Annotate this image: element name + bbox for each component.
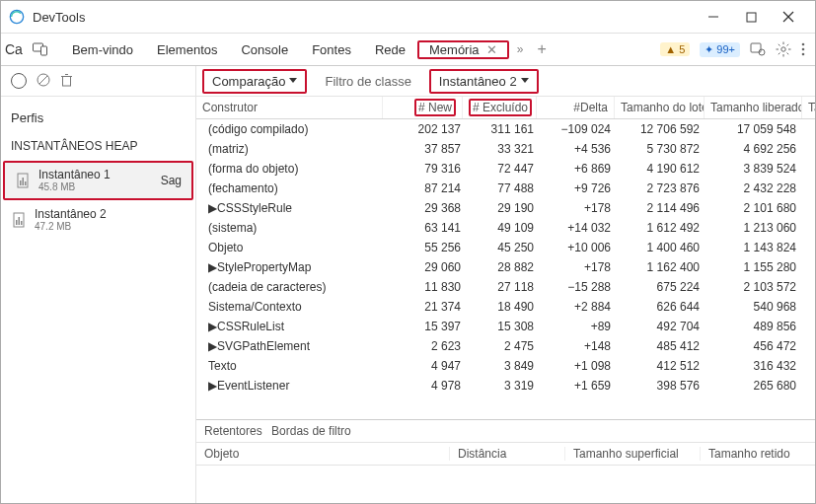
cell: 5 730 872 — [617, 139, 705, 159]
cell: ▶CSSStyleRule — [196, 198, 388, 218]
col-deleted[interactable]: # Excluído — [463, 97, 537, 119]
table-row[interactable]: ▶CSSRuleList15 39715 308+89492 704489 85… — [196, 317, 815, 336]
settings-icon[interactable] — [776, 41, 791, 57]
clear-icon[interactable] — [37, 73, 50, 90]
svg-rect-2 — [747, 13, 756, 22]
col-delta[interactable]: #Delta — [537, 97, 615, 119]
ret-col-shallow[interactable]: Tamanho superficial — [565, 447, 701, 461]
cell: 2 101 680 — [705, 198, 802, 218]
cell: 540 968 — [705, 297, 802, 317]
tab-console[interactable]: Console — [229, 36, 300, 63]
filter-edges-tab[interactable]: Bordas de filtro — [271, 424, 351, 438]
retainers-tab[interactable]: Retentores — [204, 424, 262, 438]
svg-rect-27 — [20, 180, 22, 185]
maximize-button[interactable] — [732, 1, 770, 33]
table-row[interactable]: (fechamento)87 21477 488+9 7262 723 8762… — [196, 179, 815, 198]
cell: −4 352 956 — [802, 119, 815, 139]
table-row[interactable]: Objeto55 25645 250+10 0061 400 4601 143 … — [196, 238, 815, 257]
feedback-icon[interactable] — [750, 42, 766, 56]
warnings-badge[interactable]: ▲5 — [660, 42, 690, 56]
snapshot-action[interactable]: Sag — [161, 174, 182, 187]
record-icon[interactable] — [11, 73, 27, 89]
svg-line-16 — [787, 44, 789, 46]
more-tabs-icon[interactable]: » — [509, 42, 532, 56]
tab-welcome[interactable]: Bem-vindo — [60, 36, 145, 63]
close-button[interactable] — [770, 1, 807, 33]
sidebar-section-title: INSTANTÂNEOS HEAP — [1, 133, 195, 159]
tab-network[interactable]: Rede — [363, 36, 417, 63]
messages-badge[interactable]: ✦99+ — [700, 42, 740, 57]
table-row[interactable]: (código compilado)202 137311 161−109 024… — [196, 119, 815, 139]
col-new[interactable]: # New — [383, 97, 463, 119]
svg-rect-6 — [40, 46, 46, 55]
cell: 1 612 492 — [617, 218, 705, 238]
cell: 21 374 — [388, 297, 467, 317]
cell: +28 940 — [802, 336, 815, 356]
cell: 49 109 — [467, 218, 540, 238]
cell: +6 869 — [540, 159, 617, 179]
cell: +132 896 — [802, 376, 815, 394]
chevron-down-icon — [289, 78, 297, 84]
tab-sources[interactable]: Fontes — [300, 36, 363, 63]
cell: 4 692 256 — [705, 139, 802, 159]
cell: 265 680 — [705, 376, 802, 394]
table-row[interactable]: Sistema/Contexto21 37418 490+2 884626 64… — [196, 297, 815, 317]
svg-rect-32 — [19, 217, 21, 225]
ret-col-distance[interactable]: Distância — [450, 447, 565, 461]
table-row[interactable]: ▶CSSStyleRule29 36829 190+1782 114 4962 … — [196, 198, 815, 218]
minimize-button[interactable] — [695, 1, 732, 33]
cell: 63 141 — [388, 218, 467, 238]
col-size-delta[interactable]: Tamanho Delta a — [802, 97, 817, 119]
cell: 1 155 280 — [705, 257, 802, 277]
table-row[interactable]: ▶EventListener4 9783 319+1 659398 576265… — [196, 376, 815, 394]
retainers-panel: Retentores Bordas de filtro Objeto Distâ… — [196, 419, 815, 503]
close-tab-icon[interactable]: ✕ — [486, 42, 497, 57]
snapshot-item-2[interactable]: Instantâneo 2 47.2 MB — [1, 202, 195, 238]
cell: 28 882 — [467, 257, 540, 277]
comparison-table: Construtor # New # Excluído #Delta Taman… — [196, 97, 815, 394]
table-row[interactable]: (cadeia de caracteres)11 83027 118−15 28… — [196, 277, 815, 297]
tab-memory[interactable]: Memória ✕ — [419, 38, 507, 61]
device-toolbar-icon[interactable] — [33, 42, 48, 56]
cell: 55 256 — [388, 238, 467, 257]
snapshot-icon — [11, 212, 27, 228]
table-row[interactable]: ▶StylePropertyMap29 06028 882+1781 162 4… — [196, 257, 815, 277]
svg-point-20 — [802, 53, 805, 56]
col-constructor[interactable]: Construtor — [196, 97, 383, 119]
col-freed-size[interactable]: Tamanho liberado — [705, 97, 802, 119]
table-row[interactable]: (matriz)37 85733 321+4 5365 730 8724 692… — [196, 139, 815, 159]
warnings-count: 5 — [679, 43, 685, 55]
cell: +10 006 — [540, 238, 617, 257]
cell: 311 161 — [467, 119, 540, 139]
compare-snapshot-select[interactable]: Instantâneo 2 — [431, 71, 537, 92]
cell: Texto — [196, 356, 388, 376]
tab-elements[interactable]: Elementos — [145, 36, 229, 63]
snapshot-item-1[interactable]: Instantâneo 1 45.8 MB Sag — [5, 163, 191, 198]
cell: +291 648 — [802, 179, 815, 198]
snapshot-name: Instantâneo 1 — [38, 169, 153, 181]
cell: (matriz) — [196, 139, 388, 159]
cell: (fechamento) — [196, 179, 388, 198]
snapshot-icon — [15, 173, 31, 188]
table-row[interactable]: Texto4 9473 849+1 098412 512316 432+96 0… — [196, 356, 815, 376]
table-row[interactable]: (forma do objeto)79 31672 447+6 8694 190… — [196, 159, 815, 179]
ret-col-object[interactable]: Objeto — [196, 447, 450, 461]
cell: 485 412 — [617, 336, 705, 356]
view-mode-select[interactable]: Comparação — [204, 71, 305, 92]
more-menu-icon[interactable] — [801, 42, 805, 56]
table-row[interactable]: ▶SVGPathElement2 6232 475+148485 412456 … — [196, 336, 815, 356]
add-tab-icon[interactable]: + — [532, 40, 553, 58]
cell: 1 400 460 — [617, 238, 705, 257]
svg-point-19 — [802, 48, 805, 51]
view-mode-label: Comparação — [212, 74, 285, 89]
cell: 1 213 060 — [705, 218, 802, 238]
svg-rect-28 — [23, 178, 25, 185]
col-alloc-size[interactable]: Tamanho do lote — [615, 97, 705, 119]
ret-col-retained[interactable]: Tamanho retido — [701, 447, 815, 461]
messages-count: 99+ — [716, 43, 735, 55]
memory-toolbar: Comparação Filtro de classe Instantâneo … — [1, 66, 815, 97]
delete-icon[interactable] — [60, 73, 73, 90]
table-row[interactable]: (sistema)63 14149 109+14 0321 612 4921 2… — [196, 218, 815, 238]
class-filter-input[interactable]: Filtro de classe — [317, 72, 418, 91]
cell: 12 706 592 — [617, 119, 705, 139]
